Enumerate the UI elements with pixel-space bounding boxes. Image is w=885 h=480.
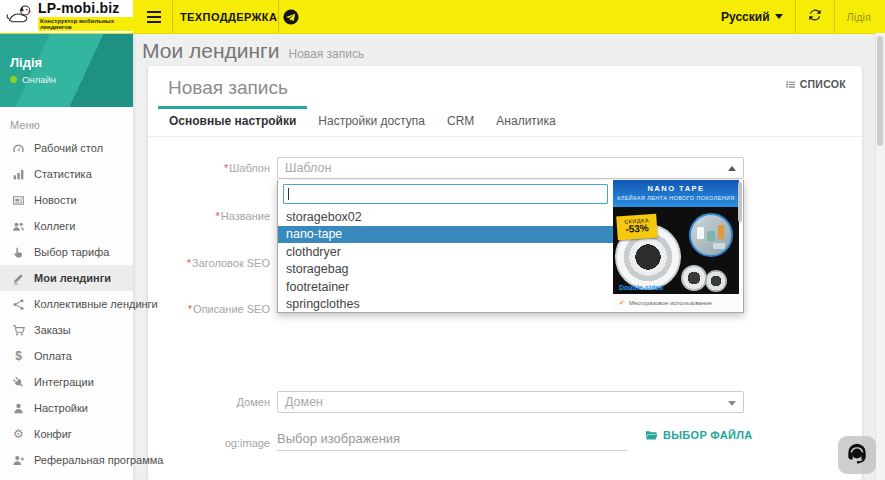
template-select[interactable]: Шаблон <box>277 157 744 179</box>
preview-feature-row: ✔ Многоразовое использование <box>613 294 739 311</box>
sidebar-item-payment[interactable]: $ Оплата <box>0 343 133 369</box>
sidebar-item-colleagues[interactable]: Коллеги <box>0 213 133 239</box>
dropdown-option[interactable]: footretainer <box>278 278 613 296</box>
refresh-icon <box>808 8 822 26</box>
domain-select[interactable]: Домен <box>277 391 744 413</box>
preview-header: NANO TAPE КЛЕЙКАЯ ЛЕНТА НОВОГО ПОКОЛЕНИЯ <box>613 180 739 207</box>
og-image-placeholder: Выбор изображения <box>277 431 400 446</box>
list-button-label: СПИСОК <box>800 78 846 90</box>
dropdown-option-highlighted[interactable]: nano-tape <box>278 226 613 244</box>
preview-inset-photo <box>689 213 733 257</box>
users-icon <box>10 220 27 233</box>
preview-subtitle: КЛЕЙКАЯ ЛЕНТА НОВОГО ПОКОЛЕНИЯ <box>613 195 739 201</box>
tab-crm[interactable]: CRM <box>436 106 485 136</box>
sidebar-item-label: Настройки <box>34 402 88 414</box>
dashboard-icon <box>10 142 27 155</box>
seo-title-label: *Заголовок SEO <box>148 257 270 269</box>
tape-roll-small-image <box>681 265 707 291</box>
seo-description-label: *Описание SEO <box>148 303 270 315</box>
sidebar-item-label: Новости <box>34 194 77 206</box>
sidebar-item-integrations[interactable]: Интеграции <box>0 369 133 395</box>
choose-file-button[interactable]: ВЫБОР ФАЙЛА <box>645 429 753 441</box>
sidebar-item-label: Интеграции <box>34 376 94 388</box>
list-icon <box>785 79 796 90</box>
sidebar-item-dashboard[interactable]: Рабочий стол <box>0 135 133 161</box>
logo-title: LP-mobi.biz <box>38 1 133 15</box>
tab-main-settings[interactable]: Основные настройки <box>158 106 307 136</box>
dog-logo-icon <box>5 3 35 31</box>
sidebar-item-label: Выбор тарифа <box>34 246 109 258</box>
card-title: Новая запись <box>168 77 288 99</box>
sidebar-menu: Рабочий стол Статистика Новости Коллеги … <box>0 135 133 480</box>
cart-icon <box>10 324 27 337</box>
dropdown-scrollbar[interactable] <box>738 182 742 222</box>
template-label: *Шаблон <box>148 162 270 174</box>
page-scrollbar[interactable] <box>875 33 885 480</box>
breadcrumb: Новая запись <box>288 47 364 61</box>
chevron-down-icon <box>775 14 783 19</box>
pencil-icon <box>10 272 27 285</box>
dropdown-search-input[interactable] <box>283 184 608 204</box>
support-button[interactable]: ТЕХПОДДЕРЖКА <box>180 0 299 33</box>
sidebar-item-news[interactable]: Новости <box>0 187 133 213</box>
sidebar-item-config[interactable]: ⚙ Конфиг <box>0 421 133 447</box>
topbar-username[interactable]: Лідія <box>834 0 877 33</box>
tabs: Основные настройки Настройки доступа CRM… <box>148 106 862 137</box>
page-header: Мои лендинги Новая запись <box>142 39 364 63</box>
tape-roll-small-image <box>705 270 727 292</box>
sidebar-item-label: Статистика <box>34 168 92 180</box>
name-label: *Название <box>148 210 270 222</box>
sidebar-item-settings[interactable]: Настройки <box>0 395 133 421</box>
plug-icon <box>10 376 27 389</box>
sidebar-item-label: Заказы <box>34 324 71 336</box>
sidebar-item-faq[interactable]: ? FAQ <box>0 473 133 480</box>
sidebar-item-statistics[interactable]: Статистика <box>0 161 133 187</box>
dollar-icon: $ <box>10 349 27 363</box>
text-cursor <box>288 188 289 200</box>
bar-chart-icon <box>10 168 27 181</box>
sidebar-item-label: Рабочий стол <box>34 142 103 154</box>
app-screen: LP-mobi.biz Конструктор мобильных лендин… <box>0 0 885 480</box>
chevron-down-icon <box>728 401 736 406</box>
sidebar-item-collective-landings[interactable]: Коллективные лендинги <box>0 291 133 317</box>
sidebar-item-referral[interactable]: Реферальная программа <box>0 447 133 473</box>
sidebar-item-label: Оплата <box>34 350 72 362</box>
language-selector[interactable]: Русский <box>709 0 795 33</box>
hand-pointer-icon <box>10 246 27 259</box>
sidebar-item-tariff[interactable]: Выбор тарифа <box>0 239 133 265</box>
discount-badge: СКИДКА -53% <box>616 214 658 241</box>
og-image-input[interactable]: Выбор изображения <box>277 426 627 451</box>
sidebar-item-label: Коллеги <box>34 220 75 232</box>
tab-access-settings[interactable]: Настройки доступа <box>307 106 436 136</box>
sidebar-item-label: Конфиг <box>34 428 72 440</box>
tab-analytics[interactable]: Аналитика <box>485 106 566 136</box>
logo-subtitle: Конструктор мобильных лендингов <box>38 17 133 31</box>
support-label: ТЕХПОДДЕРЖКА <box>180 11 277 23</box>
sidebar-item-my-landings[interactable]: Мои лендинги <box>0 265 133 291</box>
domain-select-value: Домен <box>285 395 323 409</box>
list-button[interactable]: СПИСОК <box>781 75 850 93</box>
sidebar-item-label: Коллективные лендинги <box>34 298 158 310</box>
scrollbar-thumb[interactable] <box>877 36 883 146</box>
headset-icon <box>844 440 870 470</box>
menu-section-label: Меню <box>10 119 133 131</box>
chevron-up-icon <box>728 166 736 171</box>
dropdown-option[interactable]: storagebag <box>278 261 613 279</box>
sidebar-item-label: Реферальная программа <box>34 454 163 466</box>
telegram-icon <box>283 9 299 25</box>
hamburger-menu-icon[interactable] <box>141 0 167 33</box>
support-chat-widget[interactable] <box>838 436 876 474</box>
sidebar-item-orders[interactable]: Заказы <box>0 317 133 343</box>
dropdown-option[interactable]: storagebox02 <box>278 208 613 226</box>
preview-caption: Double-sided <box>619 284 663 291</box>
logo[interactable]: LP-mobi.biz Конструктор мобильных лендин… <box>0 0 133 33</box>
page-title: Мои лендинги <box>142 39 279 63</box>
choose-file-label: ВЫБОР ФАЙЛА <box>663 429 753 441</box>
template-preview-thumbnail: NANO TAPE КЛЕЙКАЯ ЛЕНТА НОВОГО ПОКОЛЕНИЯ… <box>613 180 739 311</box>
dropdown-option[interactable]: clothdryer <box>278 243 613 261</box>
refresh-button[interactable] <box>795 0 834 33</box>
topbar: LP-mobi.biz Конструктор мобильных лендин… <box>0 0 885 34</box>
dropdown-option[interactable]: springclothes <box>278 296 613 314</box>
dropdown-options: storagebox02 nano-tape clothdryer storag… <box>278 208 613 313</box>
folder-icon <box>645 430 658 441</box>
